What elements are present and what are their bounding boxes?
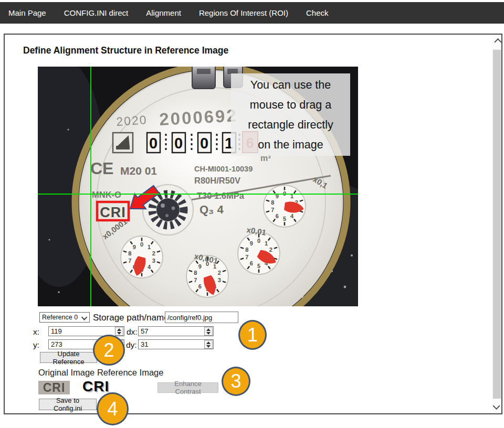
- svg-text:5: 5: [257, 263, 260, 269]
- nav-check[interactable]: Check: [306, 8, 329, 17]
- dy-input[interactable]: [138, 339, 214, 349]
- svg-text:7: 7: [245, 254, 248, 260]
- original-crop-image: CRI: [38, 381, 70, 394]
- svg-text:6: 6: [250, 260, 253, 266]
- svg-text:9: 9: [250, 240, 253, 247]
- svg-text:8: 8: [245, 247, 248, 253]
- svg-text:7: 7: [271, 207, 274, 213]
- svg-text:7: 7: [194, 277, 197, 283]
- dial-x0-1: 0123456789: [264, 185, 306, 227]
- save-to-config-button[interactable]: Save to Config.ini: [39, 399, 97, 410]
- reference-image-label: Reference Image: [97, 368, 164, 377]
- svg-text:4: 4: [148, 264, 151, 270]
- meter-serial-etched: 2000692: [159, 105, 238, 129]
- callout-1: 1: [238, 320, 267, 350]
- svg-text:9: 9: [198, 263, 202, 270]
- compare-captions: Original Image Reference Image: [38, 368, 163, 378]
- scroll-up-icon: [494, 38, 501, 46]
- type-code: MNK-O: [92, 190, 121, 199]
- dy-spinner[interactable]: [204, 340, 213, 349]
- alignment-horizontal-line: [38, 194, 358, 195]
- svg-text:8: 8: [271, 199, 274, 206]
- svg-text:8: 8: [194, 270, 197, 276]
- nav-config-ini[interactable]: CONFIG.INI direct: [64, 8, 129, 17]
- drag-hint-tooltip: You can use the mouse to drag a rectangl…: [231, 73, 350, 156]
- dial-x0-0001: 0123456789: [121, 236, 163, 278]
- x-label: x:: [33, 327, 39, 337]
- enhance-contrast-button[interactable]: Enhance Contrast: [158, 382, 218, 393]
- svg-text:1: 1: [265, 240, 268, 247]
- approval-text: M20 01: [120, 165, 157, 177]
- nav-roi[interactable]: Regions Of Interest (ROI): [199, 8, 288, 17]
- svg-text:2: 2: [218, 270, 221, 276]
- update-reference-button[interactable]: Update Reference: [40, 352, 97, 363]
- scroll-down-button[interactable]: [492, 399, 501, 413]
- cri-text-on-dial: CRI: [100, 205, 126, 220]
- top-navbar: Main Page CONFIG.INI direct Alignment Re…: [0, 2, 504, 24]
- ratio-text: R80H/R50V: [194, 176, 240, 185]
- alignment-vertical-line: [90, 67, 91, 306]
- svg-text:0: 0: [149, 135, 158, 152]
- svg-text:3: 3: [218, 277, 221, 283]
- q3-label: Q₃ 4: [200, 203, 224, 216]
- dx-label: dx:: [127, 327, 138, 337]
- svg-text:6: 6: [198, 283, 202, 290]
- svg-text:0: 0: [257, 238, 260, 244]
- original-image-label: Original Image: [38, 368, 94, 377]
- svg-text:8: 8: [128, 250, 131, 256]
- x-spinner[interactable]: [115, 327, 123, 336]
- svg-text:3: 3: [152, 258, 155, 264]
- svg-text:2: 2: [152, 250, 155, 256]
- reference-select[interactable]: Reference 0: [39, 312, 90, 323]
- storage-path-input[interactable]: [165, 312, 238, 323]
- storage-path-label: Storage path/name:: [93, 313, 171, 323]
- dx-spinner[interactable]: [204, 327, 213, 336]
- model-code: CH-MI001-10039: [194, 165, 253, 173]
- dial-x0-01: 0123456789: [238, 232, 280, 274]
- scroll-up-button[interactable]: [492, 35, 501, 49]
- y-label: y:: [33, 340, 39, 350]
- reference-select-value: Reference 0: [42, 314, 78, 321]
- meter-logo-icon: [113, 133, 133, 153]
- page: Main Page CONFIG.INI direct Alignment Re…: [0, 0, 504, 428]
- dy-label: dy:: [126, 340, 137, 350]
- svg-text:0: 0: [140, 241, 143, 248]
- scroll-down-icon: [492, 402, 500, 410]
- dx-input[interactable]: [138, 326, 214, 336]
- svg-text:2: 2: [269, 247, 272, 253]
- page-title: Define Alignment Structure in Reference …: [23, 45, 228, 56]
- meter-year-etched: 2020: [116, 113, 148, 129]
- svg-text:6: 6: [276, 213, 279, 219]
- reference-image-canvas[interactable]: 2020 2000692 0 0 0 1: [38, 67, 358, 306]
- chevron-down-icon: [81, 314, 87, 320]
- callout-3: 3: [222, 367, 250, 396]
- svg-text:0: 0: [174, 135, 183, 152]
- scrollbar-thumb[interactable]: [493, 50, 501, 400]
- nav-alignment[interactable]: Alignment: [146, 8, 181, 17]
- svg-text:1: 1: [148, 244, 151, 250]
- svg-text:9: 9: [133, 244, 136, 250]
- svg-text:5: 5: [283, 216, 286, 222]
- svg-text:7: 7: [128, 258, 131, 264]
- callout-2: 2: [93, 335, 125, 366]
- reference-crop-image: CRI: [82, 378, 109, 395]
- ce-mark: CE: [90, 159, 113, 178]
- svg-text:4: 4: [290, 213, 294, 219]
- svg-text:0: 0: [200, 135, 208, 152]
- callout-4: 4: [97, 392, 129, 425]
- nav-main-page[interactable]: Main Page: [8, 8, 46, 17]
